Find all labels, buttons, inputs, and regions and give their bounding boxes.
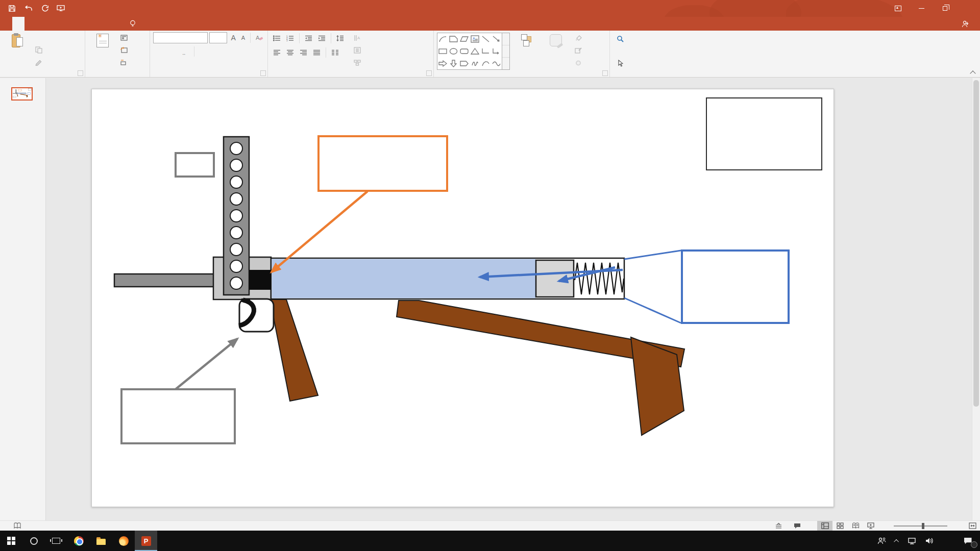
spell-check-icon[interactable] <box>9 521 26 531</box>
reading-view-button[interactable] <box>848 521 863 531</box>
tab-animations[interactable] <box>61 17 74 31</box>
search-button[interactable] <box>22 531 45 551</box>
shape-triangle-icon[interactable] <box>470 47 480 56</box>
find-button[interactable] <box>614 33 631 44</box>
paste-button[interactable] <box>3 32 32 69</box>
layout-button[interactable] <box>118 32 135 43</box>
line-spacing-button[interactable] <box>334 34 346 42</box>
piston-callout-line-top[interactable] <box>624 251 681 259</box>
decrease-font-size-button[interactable]: A <box>239 34 247 42</box>
share-button[interactable] <box>962 17 980 31</box>
clip-label-box[interactable] <box>175 152 215 178</box>
fit-to-window-button[interactable] <box>965 521 980 531</box>
language-button[interactable] <box>939 531 946 551</box>
chrome-taskbar-button[interactable] <box>67 531 90 551</box>
network-button[interactable] <box>904 531 920 551</box>
language-indicator[interactable] <box>26 521 35 531</box>
start-from-beginning-icon[interactable] <box>56 4 65 13</box>
justify-button[interactable] <box>311 48 323 57</box>
format-painter-button[interactable] <box>33 57 50 68</box>
tab-slide-show[interactable] <box>74 17 86 31</box>
tab-insert[interactable] <box>24 17 37 31</box>
scrollbar-thumb[interactable] <box>973 80 979 407</box>
tab-view[interactable] <box>98 17 110 31</box>
vertical-scrollbar[interactable] <box>972 78 980 520</box>
slide-thumbnail[interactable] <box>11 87 33 101</box>
tvalve-callout-box[interactable] <box>317 135 448 192</box>
chamber-pressure-fill[interactable] <box>272 259 536 298</box>
slide-sorter-view-button[interactable] <box>832 521 848 531</box>
shape-curve-icon[interactable] <box>481 59 491 68</box>
decrease-indent-button[interactable] <box>303 34 314 42</box>
align-text-button[interactable] <box>351 44 368 56</box>
reset-button[interactable] <box>118 44 135 56</box>
ribbon-display-options-button[interactable] <box>886 0 910 17</box>
slide[interactable] <box>91 89 834 507</box>
volume-button[interactable] <box>922 531 937 551</box>
zoom-slider-handle[interactable] <box>922 523 924 529</box>
new-slide-button[interactable] <box>88 32 117 69</box>
slide-thumbnail-panel[interactable] <box>0 78 46 520</box>
tab-design[interactable] <box>37 17 49 31</box>
front-leg-shape[interactable] <box>270 299 318 401</box>
shape-down-arrow-icon[interactable] <box>449 59 458 68</box>
shape-effects-button[interactable] <box>572 57 589 68</box>
slide-show-button[interactable] <box>863 521 878 531</box>
customize-qat-icon[interactable] <box>72 4 82 13</box>
shape-fill-button[interactable] <box>572 33 589 44</box>
change-case-button[interactable] <box>187 51 191 53</box>
arrange-button[interactable] <box>513 33 542 69</box>
align-center-button[interactable] <box>284 48 296 57</box>
gallery-more-icon[interactable] <box>502 58 509 69</box>
align-left-button[interactable] <box>271 48 283 57</box>
font-size-combo[interactable] <box>209 32 227 43</box>
drawing-dialog-launcher-icon[interactable] <box>602 70 608 76</box>
tab-file[interactable] <box>0 17 12 31</box>
save-icon[interactable] <box>7 4 16 13</box>
font-color-button[interactable] <box>198 50 202 54</box>
piston-callout-box[interactable] <box>681 249 790 324</box>
shape-outline-button[interactable] <box>572 45 589 56</box>
undo-icon[interactable] <box>23 4 33 13</box>
shape-scribble-icon[interactable] <box>470 59 480 68</box>
tab-home[interactable] <box>12 17 24 31</box>
clipboard-dialog-launcher-icon[interactable] <box>78 70 83 76</box>
shape-wave-icon[interactable] <box>492 59 501 68</box>
shape-elbow-connector-icon[interactable] <box>481 47 491 56</box>
t-valve-shape[interactable] <box>249 270 271 290</box>
piston-callout-line-bottom[interactable] <box>624 298 681 323</box>
replace-button[interactable] <box>614 45 631 57</box>
shape-line-icon[interactable] <box>481 35 491 43</box>
shape-elbow-arrow-icon[interactable] <box>492 47 501 56</box>
copy-button[interactable] <box>33 44 50 56</box>
normal-view-button[interactable] <box>817 521 832 531</box>
slide-indicator[interactable] <box>0 521 9 531</box>
shape-rectangle-icon[interactable] <box>438 47 448 56</box>
tab-help[interactable] <box>110 17 122 31</box>
clear-formatting-button[interactable]: A <box>254 34 265 42</box>
slide-thumbnail-row[interactable] <box>0 87 45 101</box>
comments-button[interactable] <box>789 521 808 531</box>
paragraph-dialog-launcher-icon[interactable] <box>426 70 432 76</box>
shape-snip-rect-icon[interactable] <box>449 35 458 43</box>
text-shadow-button[interactable] <box>170 51 174 53</box>
align-right-button[interactable] <box>298 48 309 57</box>
slide-canvas[interactable] <box>46 78 972 520</box>
text-direction-button[interactable]: A <box>351 32 368 43</box>
shape-gallery-scrollbar[interactable] <box>502 33 510 70</box>
bold-button[interactable] <box>153 51 157 53</box>
bb-stack[interactable] <box>230 142 242 289</box>
shape-arc-icon[interactable] <box>438 35 448 43</box>
slide-title-box[interactable] <box>706 97 822 170</box>
quick-styles-button[interactable] <box>542 33 570 69</box>
cut-button[interactable] <box>33 32 50 43</box>
shape-oval-icon[interactable] <box>449 47 458 56</box>
people-button[interactable] <box>874 531 890 551</box>
gallery-scroll-down-icon[interactable] <box>502 45 509 58</box>
shape-pentagon-icon[interactable] <box>459 59 469 68</box>
shape-rounded-rect-icon[interactable] <box>459 47 469 56</box>
shape-gallery[interactable]: A <box>437 33 502 70</box>
close-button[interactable] <box>957 0 980 17</box>
gallery-scroll-up-icon[interactable] <box>502 33 509 45</box>
underline-button[interactable] <box>164 51 168 53</box>
